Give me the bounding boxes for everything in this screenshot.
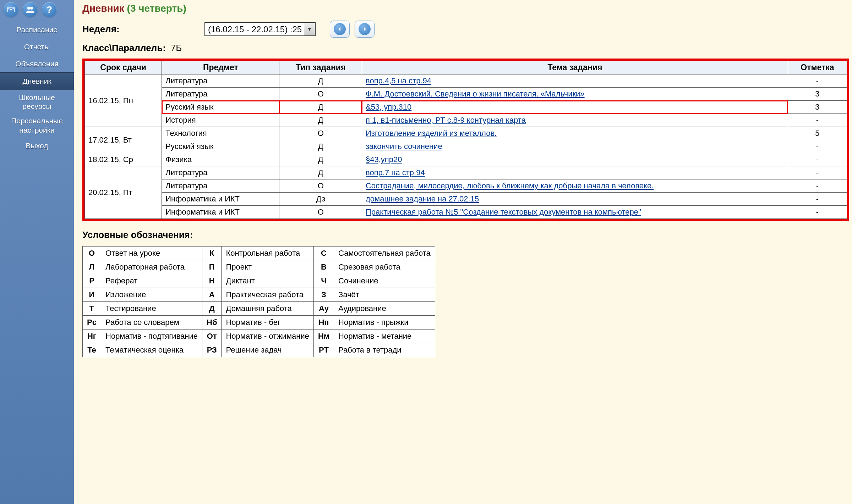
legend-name: Тестирование	[101, 302, 202, 316]
date-cell: 16.02.15, Пн	[85, 74, 162, 127]
users-icon[interactable]	[23, 2, 38, 17]
sidebar-item-2[interactable]: Объявления	[0, 55, 74, 72]
type-cell: Д	[279, 140, 362, 153]
legend-code: РЗ	[202, 343, 222, 357]
legend-code: Рс	[83, 316, 101, 329]
date-cell: 18.02.15, Ср	[85, 153, 162, 166]
legend-code: С	[313, 247, 334, 260]
subject-cell: Литература	[162, 88, 279, 101]
title-quarter: (3 четверть)	[127, 3, 186, 14]
week-select[interactable]: (16.02.15 - 22.02.15) :25	[205, 23, 315, 35]
table-row: 16.02.15, ПнЛитератураДвопр.4,5 на стр.9…	[85, 74, 847, 88]
col-subject: Предмет	[162, 61, 279, 74]
topic-link[interactable]: домашнее задание на 27.02.15	[366, 194, 479, 203]
mark-cell: -	[788, 206, 847, 219]
type-cell: О	[279, 206, 362, 219]
legend-name: Норматив - метание	[334, 329, 435, 343]
sidebar-item-6[interactable]: Выход	[0, 137, 74, 154]
legend-name: Ответ на уроке	[101, 247, 202, 260]
legend-name: Работа со словарем	[101, 316, 202, 329]
mark-cell: -	[788, 166, 847, 179]
sidebar-item-4[interactable]: Школьныересурсы	[0, 90, 74, 113]
legend-name: Проект	[222, 260, 313, 274]
class-row-fixed: Класс\Параллель: 7Б	[82, 43, 849, 54]
topic-link[interactable]: Ф.М. Достоевский. Сведения о жизни писат…	[366, 89, 585, 98]
legend-row: НгНорматив - подтягиваниеОтНорматив - от…	[83, 329, 435, 343]
legend-name: Лабораторная работа	[101, 260, 202, 274]
arrow-right-icon	[359, 23, 371, 35]
topic-link[interactable]: вопр.7 на стр.94	[366, 168, 425, 177]
mark-cell: -	[788, 140, 847, 153]
type-cell: Д	[279, 101, 362, 114]
mark-cell: -	[788, 193, 847, 206]
topic-cell: Сострадание, милосердие, любовь к ближне…	[362, 179, 788, 193]
subject-cell: Русский язык	[162, 140, 279, 153]
legend-name: Срезовая работа	[334, 260, 435, 274]
legend-name: Норматив - отжимание	[222, 329, 313, 343]
legend-row: ТТестированиеДДомашняя работаАуАудирован…	[83, 302, 435, 316]
table-row: Русский языкДзакончить сочинение-	[85, 140, 847, 153]
topic-link[interactable]: §43,упр20	[366, 155, 402, 164]
topic-link[interactable]: закончить сочинение	[366, 142, 442, 151]
type-cell: Д	[279, 166, 362, 179]
mark-cell: -	[788, 74, 847, 88]
legend-name: Контрольная работа	[222, 247, 313, 260]
subject-cell: Технология	[162, 127, 279, 140]
sidebar-item-3[interactable]: Дневник	[0, 72, 74, 90]
week-row: Неделя: (16.02.15 - 22.02.15) :25	[82, 21, 849, 38]
date-cell: 17.02.15, Вт	[85, 127, 162, 153]
topic-cell: домашнее задание на 27.02.15	[362, 193, 788, 206]
table-row: Информатика и ИКТДздомашнее задание на 2…	[85, 193, 847, 206]
legend-row: РсРабота со словаремНбНорматив - бегНпНо…	[83, 316, 435, 329]
type-cell: Дз	[279, 193, 362, 206]
week-label: Неделя:	[82, 24, 200, 35]
svg-point-1	[30, 7, 33, 10]
col-topic: Тема задания	[362, 61, 788, 74]
legend-row: ООтвет на урокеККонтрольная работаССамос…	[83, 247, 435, 260]
subject-cell: Литература	[162, 74, 279, 88]
topic-cell: Ф.М. Достоевский. Сведения о жизни писат…	[362, 88, 788, 101]
top-icon-bar: ?	[0, 0, 74, 21]
sidebar-item-1[interactable]: Отчеты	[0, 38, 74, 55]
topic-link[interactable]: вопр.4,5 на стр.94	[366, 76, 431, 85]
legend-name: Практическая работа	[222, 288, 313, 302]
legend-table: ООтвет на урокеККонтрольная работаССамос…	[82, 246, 435, 357]
topic-link[interactable]: п.1, в1-письменно, РТ с.8-9 контурная ка…	[366, 116, 526, 124]
topic-cell: закончить сочинение	[362, 140, 788, 153]
type-cell: Д	[279, 74, 362, 88]
col-mark: Отметка	[788, 61, 847, 74]
diary-header-row: Срок сдачи Предмет Тип задания Тема зада…	[85, 61, 847, 74]
legend-name: Зачёт	[334, 288, 435, 302]
col-due: Срок сдачи	[85, 61, 162, 74]
subject-cell: Литература	[162, 166, 279, 179]
prev-week-button[interactable]	[330, 21, 350, 38]
legend-row: ЛЛабораторная работаППроектВСрезовая раб…	[83, 260, 435, 274]
sidebar-item-5[interactable]: Персональныенастройки	[0, 113, 74, 137]
legend-code: От	[202, 329, 222, 343]
subject-cell: Информатика и ИКТ	[162, 193, 279, 206]
topic-cell: Практическая работа №5 "Создание текстов…	[362, 206, 788, 219]
topic-link[interactable]: Изготовление изделий из металлов.	[366, 129, 497, 138]
legend-code: Нм	[313, 329, 334, 343]
legend-name: Домашняя работа	[222, 302, 313, 316]
topic-cell: вопр.7 на стр.94	[362, 166, 788, 179]
legend-code: РТ	[313, 343, 334, 357]
topic-link[interactable]: &53, упр.310	[366, 103, 411, 111]
next-week-button[interactable]	[355, 21, 375, 38]
legend-code: В	[313, 260, 334, 274]
svg-point-0	[27, 7, 30, 10]
arrow-left-icon	[334, 23, 346, 35]
mail-icon[interactable]	[4, 2, 18, 17]
topic-link[interactable]: Практическая работа №5 "Создание текстов…	[366, 207, 641, 216]
mark-cell: -	[788, 153, 847, 166]
type-cell: О	[279, 88, 362, 101]
legend-name: Аудирование	[334, 302, 435, 316]
legend-name: Самостоятельная работа	[334, 247, 435, 260]
legend-code: Ау	[313, 302, 334, 316]
topic-link[interactable]: Сострадание, милосердие, любовь к ближне…	[366, 181, 654, 190]
sidebar-item-0[interactable]: Расписание	[0, 21, 74, 38]
help-icon[interactable]: ?	[42, 2, 57, 17]
legend-name: Норматив - прыжки	[334, 316, 435, 329]
legend-code: П	[202, 260, 222, 274]
type-cell: Д	[279, 153, 362, 166]
